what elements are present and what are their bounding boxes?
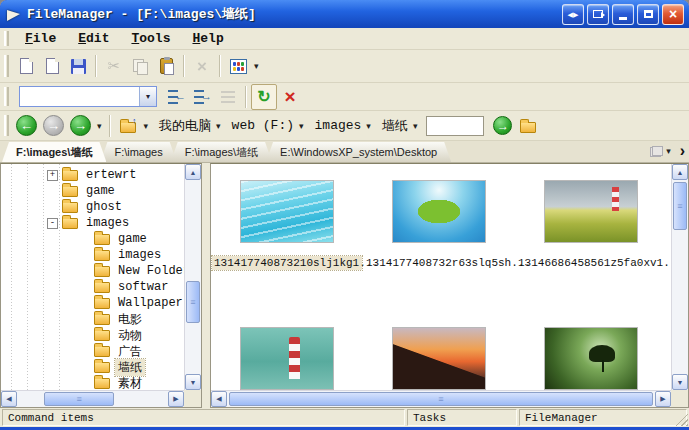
close-button[interactable]: ×: [662, 4, 684, 25]
tree-item[interactable]: 墙纸: [1, 359, 184, 375]
combobox-dropdown-button[interactable]: ▾: [139, 87, 156, 106]
minimize-button[interactable]: [612, 4, 634, 25]
toolbar-grip[interactable]: [4, 87, 9, 106]
cut-button[interactable]: ✂: [101, 53, 127, 79]
tree-item[interactable]: 动物: [1, 327, 184, 343]
breadcrumb-dropdown[interactable]: ▾: [363, 121, 374, 131]
breadcrumb-dropdown[interactable]: ▾: [296, 121, 307, 131]
view-mode-button[interactable]: [225, 53, 251, 79]
tree-expander-icon[interactable]: [79, 362, 90, 373]
menu-item[interactable]: Tools: [121, 29, 180, 48]
pane-splitter[interactable]: [202, 163, 210, 408]
tree-expander-icon[interactable]: -: [47, 218, 58, 229]
scroll-up-icon[interactable]: ▲: [672, 164, 688, 180]
file-item[interactable]: 131417740873210slj1kg1...: [211, 180, 363, 327]
list-view-button[interactable]: [215, 84, 241, 110]
tree-item[interactable]: ghost: [1, 199, 184, 215]
breadcrumb-dropdown[interactable]: ▾: [213, 121, 224, 131]
scroll-right-icon[interactable]: ▶: [168, 391, 184, 407]
copy-button[interactable]: [127, 53, 153, 79]
window-export-button[interactable]: [587, 4, 609, 25]
tree-expander-icon[interactable]: [79, 250, 90, 261]
files-vertical-scrollbar[interactable]: ▲ ▼: [671, 164, 688, 390]
tree-expander-icon[interactable]: [79, 298, 90, 309]
file-item[interactable]: 13146686458561z5fa0xv1...: [515, 180, 667, 327]
save-button[interactable]: [65, 53, 91, 79]
window-arrows-button[interactable]: ◀▶: [562, 4, 584, 25]
up-folder-dropdown[interactable]: ▾: [141, 121, 152, 131]
tree-vscroll-thumb[interactable]: [186, 281, 200, 323]
tree-item[interactable]: + ertewrt: [1, 167, 184, 183]
menu-item[interactable]: Edit: [68, 29, 119, 48]
tree-item[interactable]: New Folder: [1, 263, 184, 279]
open-button[interactable]: [39, 53, 65, 79]
forward-button[interactable]: →: [43, 115, 64, 136]
tree-horizontal-scrollbar[interactable]: ◀ ▶: [1, 390, 184, 407]
tree-item[interactable]: 广告: [1, 343, 184, 359]
tree-expander-icon[interactable]: [79, 282, 90, 293]
breadcrumb-dropdown[interactable]: ▾: [410, 121, 421, 131]
refresh-button[interactable]: ↻: [251, 84, 277, 110]
path-input[interactable]: [426, 116, 484, 136]
navigate-button[interactable]: →: [493, 116, 512, 135]
files-vscroll-thumb[interactable]: [673, 182, 687, 230]
tree-item[interactable]: 素材: [1, 375, 184, 390]
path-tab[interactable]: F:\images\墙纸: [171, 142, 272, 162]
tree-item[interactable]: Wallpaper: [1, 295, 184, 311]
scroll-up-icon[interactable]: ▲: [185, 164, 201, 180]
stop-button[interactable]: ×: [277, 84, 303, 110]
tab-scroll-right-button[interactable]: ›: [680, 143, 685, 159]
up-folder-button[interactable]: [115, 113, 141, 139]
tree-expander-icon[interactable]: [47, 202, 58, 213]
scroll-right-icon[interactable]: ▶: [655, 391, 671, 407]
new-button[interactable]: [13, 53, 39, 79]
tree-expander-icon[interactable]: [79, 234, 90, 245]
tree-vertical-scrollbar[interactable]: ▲ ▼: [184, 164, 201, 390]
tree-item[interactable]: - images: [1, 215, 184, 231]
tree-item[interactable]: images: [1, 247, 184, 263]
scroll-down-icon[interactable]: ▼: [672, 374, 688, 390]
files-hscroll-thumb[interactable]: [229, 392, 653, 406]
scroll-left-icon[interactable]: ◀: [1, 391, 17, 407]
tree-item[interactable]: game: [1, 183, 184, 199]
toolbar-grip[interactable]: [4, 55, 9, 77]
file-item[interactable]: [363, 327, 515, 390]
delete-button[interactable]: ×: [189, 53, 215, 79]
tree-expander-icon[interactable]: [79, 266, 90, 277]
path-tab[interactable]: F:\images\墙纸: [2, 142, 106, 162]
tree-hscroll-thumb[interactable]: [44, 392, 114, 406]
menu-item[interactable]: Help: [182, 29, 233, 48]
tab-list-button[interactable]: ▾: [650, 146, 674, 157]
filter-combobox-input[interactable]: [20, 87, 139, 106]
file-item[interactable]: 1314177408732r63slq5sh...: [363, 180, 515, 327]
indent-decrease-button[interactable]: [163, 84, 189, 110]
toolbar-grip[interactable]: [4, 115, 9, 135]
files-horizontal-scrollbar[interactable]: ◀ ▶: [211, 390, 671, 407]
path-tab[interactable]: E:\WindowsXP_system\Desktop: [266, 142, 451, 162]
favorites-button[interactable]: [515, 113, 541, 139]
file-item[interactable]: [211, 327, 363, 390]
tree-item[interactable]: 电影: [1, 311, 184, 327]
scroll-left-icon[interactable]: ◀: [211, 391, 227, 407]
maximize-button[interactable]: [637, 4, 659, 25]
go-dropdown[interactable]: ▾: [94, 121, 105, 131]
go-forward-button[interactable]: →: [70, 115, 91, 136]
tree-expander-icon[interactable]: [79, 378, 90, 389]
back-button[interactable]: ←: [16, 115, 37, 136]
tree-item[interactable]: softwar: [1, 279, 184, 295]
tree-item[interactable]: game: [1, 231, 184, 247]
resize-grip[interactable]: [675, 413, 688, 426]
tree-expander-icon[interactable]: [79, 330, 90, 341]
scroll-down-icon[interactable]: ▼: [185, 374, 201, 390]
view-mode-dropdown[interactable]: ▾: [251, 61, 262, 71]
breadcrumb-item[interactable]: images ▾: [307, 118, 374, 133]
breadcrumb-item[interactable]: 我的电脑 ▾: [151, 117, 224, 135]
tree-expander-icon[interactable]: [79, 314, 90, 325]
path-tab[interactable]: F:\images: [100, 142, 176, 162]
breadcrumb-item[interactable]: web (F:) ▾: [224, 118, 307, 133]
paste-button[interactable]: [153, 53, 179, 79]
filter-combobox[interactable]: ▾: [19, 86, 157, 107]
breadcrumb-item[interactable]: 墙纸 ▾: [374, 117, 421, 135]
tree-expander-icon[interactable]: +: [47, 170, 58, 181]
tree-expander-icon[interactable]: [47, 186, 58, 197]
